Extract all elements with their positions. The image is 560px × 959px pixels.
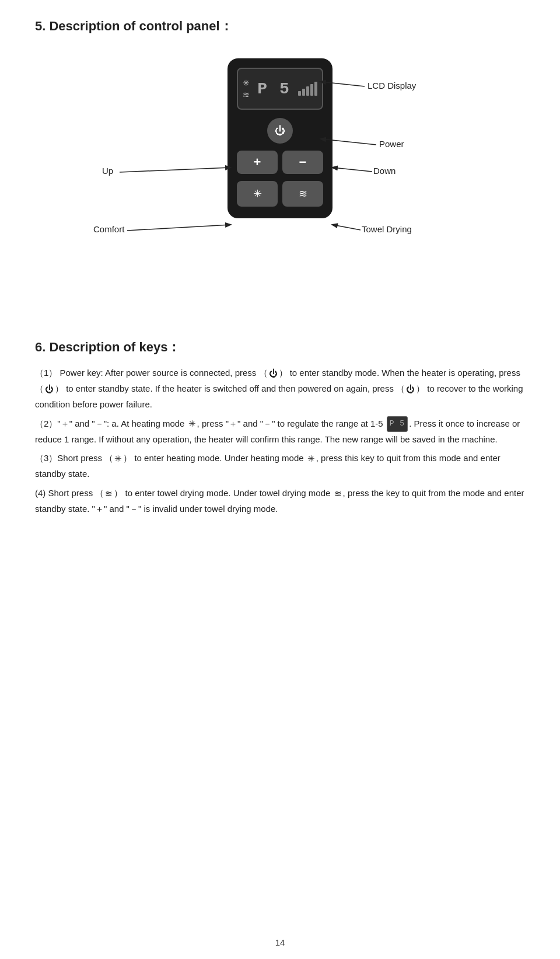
remote-control: ✳ ≋ P 5 ⏻ + xyxy=(228,58,332,218)
flame-icon: ≋ xyxy=(243,90,250,99)
item3-text2: ） to enter heating mode. Under heating m… xyxy=(123,453,306,463)
svg-line-7 xyxy=(332,168,372,172)
desc-item4: (4) Short press （≋） to enter towel dryin… xyxy=(35,486,525,517)
item4-text2: ） to enter towel drying mode. Under towe… xyxy=(114,488,332,498)
desc-item2: （2）"＋" and "－": a. At heating mode ✳, pr… xyxy=(35,416,525,448)
item2-text2: , press "＋" and "－" to regulate the rang… xyxy=(197,419,386,428)
section6: 6. Description of keys： （1） Power key: A… xyxy=(35,339,525,517)
item1-label: （1） xyxy=(35,368,57,378)
svg-text:Power: Power xyxy=(379,139,404,149)
power-row: ⏻ xyxy=(237,118,323,144)
svg-line-5 xyxy=(120,168,230,172)
svg-line-9 xyxy=(127,225,230,231)
item3-label: （3）Short press （ xyxy=(35,453,113,463)
bottom-row: ✳ ≋ xyxy=(237,181,323,207)
svg-text:Comfort: Comfort xyxy=(93,224,125,234)
power-icon-inline2: ⏻ xyxy=(45,382,54,397)
minus-button[interactable]: − xyxy=(282,151,323,174)
towel-button[interactable]: ≋ xyxy=(282,181,323,207)
plus-button[interactable]: + xyxy=(237,151,278,174)
desc-item1: （1） Power key: After power source is con… xyxy=(35,365,525,413)
power-icon-inline3: ⏻ xyxy=(406,382,415,397)
sun-icon: ✳ xyxy=(243,78,250,88)
lcd-display: ✳ ≋ P 5 xyxy=(237,68,323,110)
desc-item3: （3）Short press （✳） to enter heating mode… xyxy=(35,451,525,482)
lcd-inline: P 5 xyxy=(387,416,408,432)
towel-icon-inline2: ≋ xyxy=(334,486,342,501)
svg-line-11 xyxy=(332,225,360,230)
page-container: 5. Description of control panel： LCD Dis… xyxy=(0,0,560,959)
lcd-text: P 5 xyxy=(257,80,290,98)
power-icon-inline: ⏻ xyxy=(269,366,278,381)
section6-title: 6. Description of keys： xyxy=(35,339,525,356)
signal-bars xyxy=(298,82,317,96)
item1-text: Power key: After power source is connect… xyxy=(35,368,523,409)
power-button[interactable]: ⏻ xyxy=(267,118,293,144)
svg-text:LCD Display: LCD Display xyxy=(368,81,416,90)
sun-icon-inline2: ✳ xyxy=(307,451,315,466)
section5-title: 5. Description of control panel： xyxy=(35,18,525,35)
comfort-icon-inline: ✳ xyxy=(114,451,122,466)
sun-icon-inline: ✳ xyxy=(188,416,196,431)
item2-label: （2）"＋" and "－": a. At heating mode xyxy=(35,419,187,428)
page-number: 14 xyxy=(275,937,285,947)
item4-label: (4) Short press （ xyxy=(35,488,104,498)
comfort-button[interactable]: ✳ xyxy=(237,181,278,207)
towel-icon-inline: ≋ xyxy=(105,486,113,501)
svg-text:Down: Down xyxy=(373,166,396,176)
svg-text:Up: Up xyxy=(102,166,113,176)
updown-row: + − xyxy=(237,151,323,174)
diagram-area: LCD Display Power Up Down Comfort Towel … xyxy=(35,47,525,315)
svg-text:Towel Drying: Towel Drying xyxy=(362,224,412,234)
